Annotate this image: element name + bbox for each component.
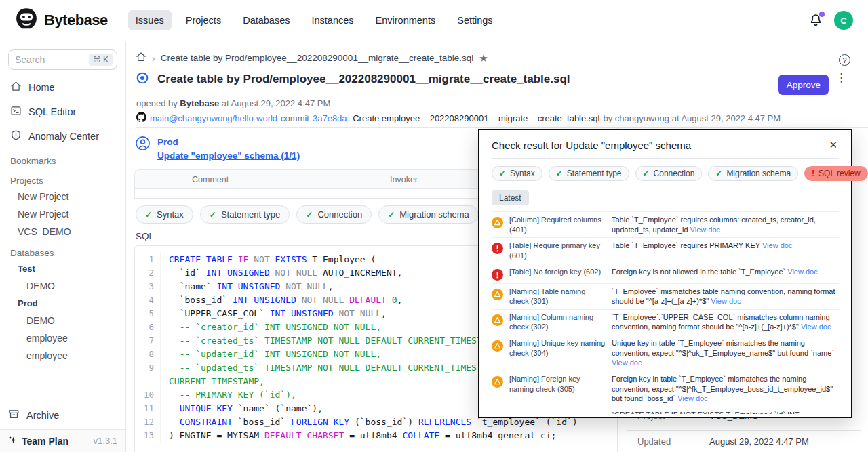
updated-label: Updated [637, 436, 671, 447]
check-pill-syntax[interactable]: ✓Syntax [492, 166, 542, 181]
database-item-demo[interactable]: DEMO [8, 277, 117, 295]
task-link[interactable]: Update "employee" schema (1/1) [157, 149, 300, 163]
sidebar-nav: HomeSQL EditorAnomaly Center [8, 75, 117, 148]
rule-name: [Naming] Column naming check (302) [509, 312, 606, 332]
line-number: 7 [135, 334, 161, 348]
check-pill-statement-type[interactable]: ✓Statement type [549, 166, 629, 181]
tab-databases[interactable]: Databases [235, 10, 297, 30]
check-result-row: [Naming] Foreign key naming check (305)F… [492, 371, 839, 407]
check-pill-syntax[interactable]: ✓Syntax [136, 205, 193, 224]
check-pill-migration-schema[interactable]: ✓Migration schema [378, 205, 479, 224]
team-plan-link[interactable]: Team Plan [8, 435, 68, 447]
latest-button[interactable]: Latest [492, 190, 529, 205]
rule-description: Table `T_Employee` requires columns: cre… [612, 215, 839, 234]
bytebase-logo[interactable]: Bytebase [15, 7, 108, 33]
breadcrumb-path[interactable]: Create table by Prod/employee__202208290… [161, 53, 474, 63]
commit-sha-link[interactable]: 3a7e8da: [313, 113, 349, 123]
search-input[interactable]: Search ⌘ K [8, 49, 117, 70]
error-icon [492, 243, 503, 254]
line-number: 8 [135, 348, 161, 361]
notifications-bell-icon[interactable] [808, 13, 823, 28]
check-pill-connection[interactable]: ✓Connection [635, 166, 703, 181]
check-result-row: [Naming] Unique key naming check (304)Un… [492, 335, 839, 371]
rule-name: [Naming] Table naming check (301) [509, 287, 606, 306]
view-doc-link[interactable]: View doc [787, 268, 817, 276]
line-number: 5 [135, 307, 161, 321]
sidebar-item-label: Home [28, 82, 55, 93]
project-item-vcs-demo[interactable]: VCS_DEMO [8, 223, 117, 241]
help-icon[interactable]: ? [839, 54, 850, 66]
plan-label: Team Plan [22, 436, 68, 447]
view-doc-link[interactable]: View doc [677, 394, 707, 403]
home-icon[interactable] [136, 52, 146, 64]
warning-icon [492, 376, 503, 388]
issue-opened-line: opened by Bytebase at August 29, 2022 4:… [136, 98, 330, 108]
search-placeholder: Search [15, 54, 45, 65]
assignee-icon [135, 136, 151, 162]
check-pill-label: Migration schema [726, 169, 791, 178]
code-line: 13) ENGINE = MYISAM DEFAULT CHARSET = ut… [135, 429, 610, 443]
tab-issues[interactable]: Issues [128, 10, 172, 30]
rule-name: [Naming] Foreign key naming check (305) [509, 374, 606, 404]
line-number: 4 [135, 293, 161, 307]
project-item-new-project[interactable]: New Project [8, 188, 117, 205]
check-pill-label: Connection [654, 169, 695, 178]
warning-icon [492, 314, 503, 326]
bookmark-star-icon[interactable]: ★ [479, 52, 488, 64]
view-doc-link[interactable]: View doc [762, 241, 792, 249]
repo-branch-link[interactable]: main@changyuwong/hello-world [150, 113, 277, 123]
view-doc-link[interactable]: View doc [801, 323, 831, 331]
check-pill-migration-schema[interactable]: ✓Migration schema [708, 166, 798, 181]
issue-status-icon [136, 72, 149, 87]
line-number: 10 [135, 388, 161, 402]
bytebase-logo-icon [15, 7, 38, 33]
close-icon[interactable]: ✕ [827, 139, 839, 151]
more-actions-icon[interactable]: ⋮ [835, 75, 846, 81]
check-pill-connection[interactable]: ✓Connection [296, 205, 372, 224]
sidebar-item-sql-editor[interactable]: SQL Editor [8, 100, 117, 124]
home-icon [10, 81, 22, 94]
github-icon [136, 112, 146, 124]
tab-projects[interactable]: Projects [178, 10, 229, 30]
check-result-row: "CREATE TABLE IF NOT EXISTS T_Employee (… [492, 407, 839, 414]
sidebar-item-anomaly-center[interactable]: Anomaly Center [8, 124, 117, 148]
approve-button[interactable]: Approve [778, 75, 829, 95]
user-avatar[interactable]: C [834, 11, 853, 30]
sidebar-item-archive[interactable]: Archive [8, 409, 59, 422]
panel-divider [627, 430, 861, 431]
line-number: 9 [135, 361, 161, 375]
rule-name: [Table] No foreign key (602) [509, 267, 606, 281]
rule-name: [Naming] Unique key naming check (304) [509, 338, 606, 368]
tab-settings[interactable]: Settings [450, 10, 500, 30]
line-number: 11 [135, 402, 161, 415]
rule-description: Foreign key in table `T_Employee` mismat… [612, 374, 839, 404]
rule-description: Table `T_Employee` requires PRIMARY KEY … [612, 241, 839, 260]
line-number: 13 [135, 429, 161, 443]
line-number [135, 375, 161, 388]
sidebar-footer: Team Plan v1.3.1 [0, 429, 125, 452]
database-item-test[interactable]: Test [8, 260, 117, 277]
sidebar-item-home[interactable]: Home [8, 75, 117, 100]
warning-icon [492, 289, 503, 300]
rule-description: Unique key in table `T_Employee` mismatc… [612, 338, 839, 368]
main-nav-tabs: IssuesProjectsDatabasesInstancesEnvironm… [128, 10, 500, 30]
tab-instances[interactable]: Instances [304, 10, 361, 30]
top-navbar: Bytebase IssuesProjectsDatabasesInstance… [0, 0, 868, 41]
database-item-demo[interactable]: DEMO [8, 312, 117, 329]
line-number: 12 [135, 415, 161, 429]
tab-environments[interactable]: Environments [368, 10, 443, 30]
view-doc-link[interactable]: View doc [612, 358, 642, 367]
check-pill-sql-review[interactable]: !SQL review [804, 166, 868, 181]
environment-link[interactable]: Prod [157, 136, 300, 149]
database-item-employee[interactable]: employee [8, 347, 117, 365]
code-text: CREATE TABLE IF NOT EXISTS T_Employee ( [161, 253, 376, 266]
project-item-new-project[interactable]: New Project [8, 205, 117, 223]
check-pill-label: SQL review [818, 169, 861, 178]
database-item-employee[interactable]: employee [8, 329, 117, 347]
check-pill-statement-type[interactable]: ✓Statement type [200, 205, 290, 224]
view-doc-link[interactable]: View doc [690, 226, 720, 234]
notification-dot [819, 12, 825, 17]
line-number: 3 [135, 280, 161, 293]
view-doc-link[interactable]: View doc [711, 297, 741, 305]
database-item-prod[interactable]: Prod [8, 295, 117, 312]
